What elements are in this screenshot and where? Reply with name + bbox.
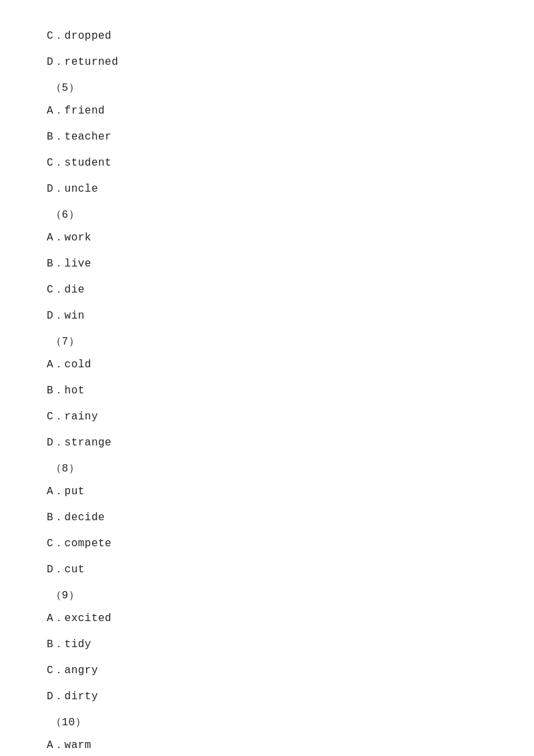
d-uncle: D．uncle [47,180,487,199]
c-angry: C．angry [47,661,487,681]
c-dropped: C．dropped [47,27,487,46]
d-strange: D．strange [47,433,487,453]
c-compete: C．compete [47,534,487,554]
q10: （10） [47,713,487,733]
a-excited: A．excited [47,609,487,628]
b-hot: B．hot [47,381,487,401]
main-content: C．dropped D．returned （5） A．friend B．teac… [0,0,534,756]
q9: （9） [47,586,487,606]
b-decide: B．decide [47,508,487,528]
d-cut: D．cut [47,560,487,580]
c-die: C．die [47,280,487,300]
b-teacher: B．teacher [47,128,487,147]
q8: （8） [47,459,487,479]
q7: （7） [47,333,487,352]
q5: （5） [47,79,487,98]
b-tidy: B．tidy [47,635,487,654]
b-live: B．live [47,254,487,274]
a-put: A．put [47,482,487,502]
d-dirty: D．dirty [47,687,487,707]
q6: （6） [47,206,487,225]
d-win: D．win [47,307,487,326]
a-work: A．work [47,228,487,248]
d-returned: D．returned [47,53,487,72]
c-student: C．student [47,154,487,173]
a-friend: A．friend [47,102,487,121]
a-warm: A．warm [47,736,487,755]
c-rainy: C．rainy [47,407,487,427]
a-cold: A．cold [47,355,487,375]
